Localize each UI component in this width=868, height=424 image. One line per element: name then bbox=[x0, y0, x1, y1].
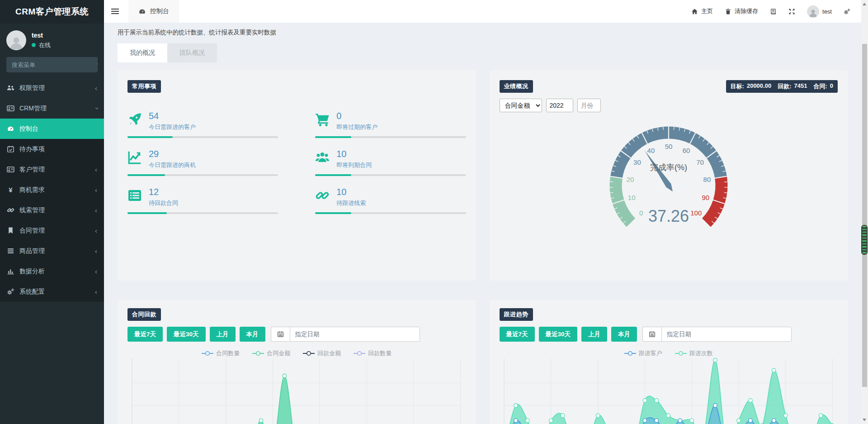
user-status-label: 在线 bbox=[39, 41, 51, 49]
sidebar-item-contract[interactable]: 合同管理‹ bbox=[0, 220, 104, 241]
sidebar-item-config[interactable]: 系统配置‹ bbox=[0, 281, 104, 302]
legend-item[interactable]: 合同数量 bbox=[202, 349, 240, 357]
sidebar-item-business[interactable]: ¥商机需求‹ bbox=[0, 180, 104, 200]
range-button-2[interactable]: 上月 bbox=[210, 327, 236, 342]
tab-my-overview[interactable]: 我的概况 bbox=[118, 43, 167, 62]
stat-value: 12 bbox=[149, 187, 178, 197]
sidebar-item-auth[interactable]: 权限管理‹ bbox=[0, 78, 104, 98]
range-button-3[interactable]: 本月 bbox=[611, 327, 637, 342]
svg-text:0: 0 bbox=[639, 209, 643, 217]
legend-item[interactable]: 跟进次数 bbox=[675, 349, 713, 357]
range-button-3[interactable]: 本月 bbox=[240, 327, 265, 342]
stat-item-0[interactable]: 54今日需跟进的客户 bbox=[127, 111, 278, 138]
stat-progress-fill bbox=[127, 174, 165, 176]
legend-item[interactable]: 跟进客户 bbox=[624, 349, 662, 357]
legend-marker-icon bbox=[303, 351, 315, 356]
legend-label: 回款金额 bbox=[317, 349, 341, 357]
navbar-tab-dashboard[interactable]: 控制台 bbox=[128, 0, 179, 23]
chevron-left-icon: ‹ bbox=[95, 268, 97, 275]
stat-item-3[interactable]: 10即将到期合同 bbox=[315, 149, 466, 176]
legend-label: 合同数量 bbox=[216, 349, 240, 357]
trend-chart-controls: 最近7天最近30天上月本月 bbox=[500, 327, 838, 342]
listicon-icon bbox=[7, 247, 14, 255]
svg-text:80: 80 bbox=[703, 176, 711, 183]
sidebar-item-todo[interactable]: 待办事项 bbox=[0, 139, 104, 159]
date-picker-group bbox=[271, 327, 420, 342]
range-button-1[interactable]: 最近30天 bbox=[167, 327, 206, 342]
legend-label: 合同金额 bbox=[267, 349, 290, 357]
home-link[interactable]: 主页 bbox=[691, 7, 713, 15]
stat-item-4[interactable]: 12待回款合同 bbox=[127, 187, 278, 214]
sidebar-item-customer[interactable]: 客户管理‹ bbox=[0, 159, 104, 180]
contract-value: 0 bbox=[830, 82, 833, 91]
sidebar-menu: 权限管理‹CRM管理‹控制台待办事项客户管理‹¥商机需求‹线索管理‹合同管理‹商… bbox=[0, 78, 104, 302]
page-scrollbar[interactable] bbox=[861, 0, 868, 424]
contract-chart-controls: 最近7天最近30天上月本月 bbox=[127, 327, 466, 342]
overview-tabs: 我的概况 团队概况 bbox=[118, 43, 848, 62]
chevron-left-icon: ‹ bbox=[95, 248, 97, 254]
cart-icon bbox=[315, 112, 330, 127]
usersgroup-icon bbox=[315, 150, 330, 165]
sidebar-item-label: 商机需求 bbox=[19, 186, 45, 194]
settings-button[interactable] bbox=[844, 8, 850, 15]
sidebar: CRM客户管理系统 test 在线 权限管理‹CRM管理‹控制台待办事项客户管理… bbox=[0, 0, 104, 424]
navbar-tab-label: 控制台 bbox=[150, 7, 169, 15]
svg-text:20: 20 bbox=[626, 176, 634, 183]
stat-label: 今日需跟进的商机 bbox=[149, 161, 196, 169]
stat-item-5[interactable]: 10待跟进线索 bbox=[315, 187, 466, 214]
scrollbar-down-arrow[interactable] bbox=[863, 419, 866, 421]
home-icon bbox=[691, 8, 698, 15]
main-area: 控制台 主页 清除缓存 bbox=[104, 0, 861, 424]
clear-cache-link[interactable]: 清除缓存 bbox=[725, 7, 758, 15]
user-menu[interactable]: test bbox=[807, 5, 832, 18]
tab-team-overview[interactable]: 团队概况 bbox=[167, 43, 217, 62]
contract-label: 合同: bbox=[813, 82, 827, 91]
metric-select[interactable]: 合同金额 bbox=[500, 99, 542, 112]
contract-payment-chart: 02-082022-02-122022-02-162022-02-202022-… bbox=[127, 357, 466, 424]
chain-icon bbox=[315, 188, 330, 203]
clear-cache-label: 清除缓存 bbox=[735, 7, 758, 15]
sidebar-item-label: 客户管理 bbox=[19, 166, 45, 174]
menu-search-button[interactable] bbox=[97, 57, 98, 72]
calendar-icon[interactable] bbox=[271, 327, 290, 342]
stat-progress-track bbox=[127, 136, 278, 138]
fullscreen-button[interactable] bbox=[788, 8, 795, 15]
payment-label: 回款: bbox=[778, 82, 791, 91]
sidebar-item-goods[interactable]: 商品管理‹ bbox=[0, 241, 104, 261]
legend-marker-icon bbox=[624, 351, 636, 356]
menu-search-input[interactable] bbox=[6, 57, 97, 72]
language-button[interactable] bbox=[770, 8, 777, 15]
gears-icon bbox=[7, 288, 14, 295]
year-input[interactable] bbox=[546, 99, 573, 112]
calendar-icon[interactable] bbox=[642, 327, 661, 342]
range-button-0[interactable]: 最近7天 bbox=[127, 327, 163, 342]
stat-label: 今日需跟进的客户 bbox=[149, 123, 196, 131]
trend-date-input[interactable] bbox=[661, 327, 792, 342]
gauge-icon bbox=[138, 8, 146, 15]
stat-item-1[interactable]: 0即将过期的客户 bbox=[315, 111, 466, 138]
common-items-badge: 常用事项 bbox=[127, 80, 161, 93]
sidebar-item-label: 合同管理 bbox=[19, 227, 45, 235]
card-common-items: 常用事项 54今日需跟进的客户0即将过期的客户29今日需跟进的商机10即将到期合… bbox=[118, 70, 476, 281]
sidebar-item-label: 控制台 bbox=[19, 125, 38, 133]
navbar-username: test bbox=[822, 8, 832, 15]
scrollbar-thumb[interactable] bbox=[862, 44, 867, 387]
stat-item-2[interactable]: 29今日需跟进的商机 bbox=[127, 149, 278, 176]
legend-item[interactable]: 回款金额 bbox=[303, 349, 341, 357]
range-button-1[interactable]: 最近30天 bbox=[539, 327, 578, 342]
range-button-2[interactable]: 上月 bbox=[581, 327, 607, 342]
month-input[interactable] bbox=[577, 99, 601, 112]
sidebar-item-crm[interactable]: CRM管理‹ bbox=[0, 98, 104, 119]
sidebar-item-dashboard[interactable]: 控制台 bbox=[0, 119, 104, 139]
payment-value: 7451 bbox=[794, 82, 807, 91]
legend-item[interactable]: 合同金额 bbox=[252, 349, 290, 357]
chevron-left-icon: ‹ bbox=[95, 288, 97, 295]
range-button-0[interactable]: 最近7天 bbox=[500, 327, 535, 342]
contract-date-input[interactable] bbox=[290, 327, 420, 342]
top-navbar: 控制台 主页 清除缓存 bbox=[104, 0, 861, 23]
sidebar-item-clue[interactable]: 线索管理‹ bbox=[0, 200, 104, 220]
sidebar-item-analysis[interactable]: 数据分析‹ bbox=[0, 261, 104, 281]
scrollbar-up-arrow[interactable] bbox=[863, 3, 866, 5]
sidebar-toggle-button[interactable] bbox=[104, 0, 126, 23]
legend-item[interactable]: 回款数量 bbox=[354, 349, 392, 357]
